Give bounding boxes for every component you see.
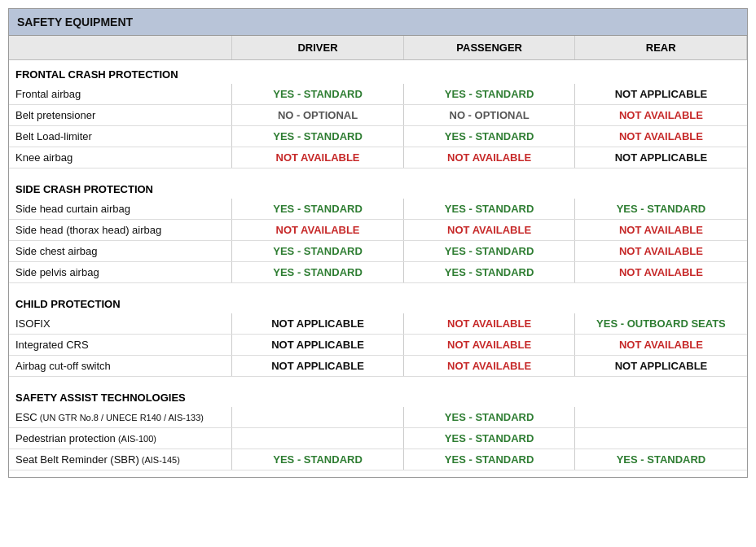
table-row: ISOFIXNOT APPLICABLENOT AVAILABLEYES - O… [9,313,747,335]
spacer-row [9,283,747,291]
driver-value [232,428,404,449]
section-header-side: SIDE CRASH PROTECTION [9,175,747,199]
table-row: Airbag cut-off switchNOT APPLICABLENOT A… [9,356,747,377]
section-label-side: SIDE CRASH PROTECTION [9,175,747,199]
driver-value: YES - STANDARD [232,199,404,220]
rear-value: NOT AVAILABLE [575,262,747,283]
feature-cell: ESC (UN GTR No.8 / UNECE R140 / AIS-133) [9,407,232,428]
passenger-value: NOT AVAILABLE [403,335,575,356]
section-header-assist: SAFETY ASSIST TECHNOLOGIES [9,383,747,407]
rear-value: YES - STANDARD [575,449,747,470]
table-row: Pedestrian protection (AIS-100)YES - STA… [9,428,747,449]
header-passenger: PASSENGER [403,36,575,60]
table-row: Frontal airbagYES - STANDARDYES - STANDA… [9,84,747,105]
driver-value: YES - STANDARD [232,84,404,105]
table-row: Side head (thorax head) airbagNOT AVAILA… [9,220,747,241]
safety-equipment-table: SAFETY EQUIPMENT DRIVER PASSENGER REAR F… [8,8,748,478]
feature-cell: Side head curtain airbag [9,199,232,220]
driver-value: NOT AVAILABLE [232,220,404,241]
section-header-frontal: FRONTAL CRASH PROTECTION [9,60,747,85]
feature-cell: Frontal airbag [9,84,232,105]
header-feature [9,36,232,60]
feature-cell: ISOFIX [9,313,232,335]
rear-value: NOT APPLICABLE [575,356,747,377]
feature-cell: Airbag cut-off switch [9,356,232,377]
driver-value [232,407,404,428]
table-row: ESC (UN GTR No.8 / UNECE R140 / AIS-133)… [9,407,747,428]
feature-cell: Integrated CRS [9,335,232,356]
passenger-value: YES - STANDARD [403,84,575,105]
feature-cell: Belt pretensioner [9,105,232,126]
header-rear: REAR [575,36,747,60]
table-header-row: DRIVER PASSENGER REAR [9,36,747,60]
passenger-value: NOT AVAILABLE [403,313,575,335]
passenger-value: YES - STANDARD [403,428,575,449]
passenger-value: YES - STANDARD [403,407,575,428]
rear-value: NOT AVAILABLE [575,335,747,356]
feature-cell: Knee airbag [9,147,232,168]
passenger-value: YES - STANDARD [403,126,575,147]
section-label-assist: SAFETY ASSIST TECHNOLOGIES [9,383,747,407]
passenger-value: YES - STANDARD [403,262,575,283]
driver-value: YES - STANDARD [232,262,404,283]
rear-value: NOT AVAILABLE [575,241,747,262]
table-row: Side head curtain airbagYES - STANDARDYE… [9,199,747,220]
rear-value: NOT AVAILABLE [575,220,747,241]
passenger-value: NO - OPTIONAL [403,105,575,126]
table-title: SAFETY EQUIPMENT [9,9,747,36]
rear-value: NOT APPLICABLE [575,84,747,105]
rear-value: NOT APPLICABLE [575,147,747,168]
header-driver: DRIVER [232,36,404,60]
driver-value: YES - STANDARD [232,449,404,470]
rear-value [575,428,747,449]
rear-value: YES - STANDARD [575,199,747,220]
driver-value: NOT APPLICABLE [232,335,404,356]
table-row: Knee airbagNOT AVAILABLENOT AVAILABLENOT… [9,147,747,168]
feature-cell: Pedestrian protection (AIS-100) [9,428,232,449]
table-row: Side chest airbagYES - STANDARDYES - STA… [9,241,747,262]
driver-value: NOT APPLICABLE [232,313,404,335]
rear-value [575,407,747,428]
passenger-value: YES - STANDARD [403,241,575,262]
passenger-value: NOT AVAILABLE [403,220,575,241]
section-label-frontal: FRONTAL CRASH PROTECTION [9,60,747,85]
passenger-value: YES - STANDARD [403,199,575,220]
feature-cell: Side pelvis airbag [9,262,232,283]
spacer-row [9,470,747,478]
spacer-row [9,168,747,176]
driver-value: NOT AVAILABLE [232,147,404,168]
feature-cell: Side head (thorax head) airbag [9,220,232,241]
driver-value: NOT APPLICABLE [232,356,404,377]
table-row: Integrated CRSNOT APPLICABLENOT AVAILABL… [9,335,747,356]
feature-cell: Belt Load-limiter [9,126,232,147]
feature-cell: Seat Belt Reminder (SBR) (AIS-145) [9,449,232,470]
passenger-value: NOT AVAILABLE [403,356,575,377]
driver-value: YES - STANDARD [232,241,404,262]
section-label-child: CHILD PROTECTION [9,290,747,313]
section-header-child: CHILD PROTECTION [9,290,747,313]
driver-value: NO - OPTIONAL [232,105,404,126]
rear-value: NOT AVAILABLE [575,105,747,126]
table-row: Belt pretensionerNO - OPTIONALNO - OPTIO… [9,105,747,126]
passenger-value: YES - STANDARD [403,449,575,470]
passenger-value: NOT AVAILABLE [403,147,575,168]
spacer-row [9,377,747,384]
feature-cell: Side chest airbag [9,241,232,262]
rear-value: NOT AVAILABLE [575,126,747,147]
rear-value: YES - OUTBOARD SEATS [575,313,747,335]
table-row: Side pelvis airbagYES - STANDARDYES - ST… [9,262,747,283]
driver-value: YES - STANDARD [232,126,404,147]
table-row: Seat Belt Reminder (SBR) (AIS-145)YES - … [9,449,747,470]
table-row: Belt Load-limiterYES - STANDARDYES - STA… [9,126,747,147]
